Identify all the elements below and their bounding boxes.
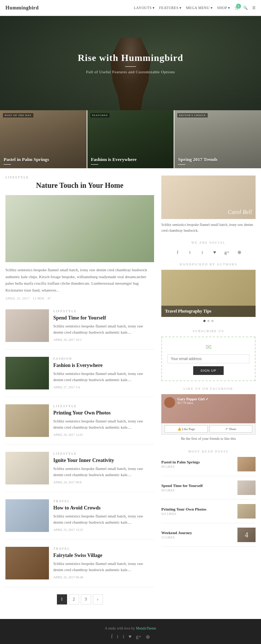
- article-category: LIFESTYLE: [5, 176, 154, 179]
- site-header: Hummingbird LAYOUTS ▾ FEATURES ▾ MEGA ME…: [0, 0, 261, 16]
- fb-like-page-btn[interactable]: 👍 Like Page: [165, 425, 208, 433]
- nav-mega[interactable]: MEGA MENU ▾: [186, 6, 213, 10]
- most-read-info-4: Weekend Journey 13 LIKES: [161, 531, 235, 539]
- menu-icon[interactable]: ☰: [252, 6, 256, 10]
- pagination: 1 2 3 ›: [5, 594, 154, 604]
- list-title-6[interactable]: Fairytale Swiss Village: [53, 553, 154, 558]
- footer-rss-icon[interactable]: ⊕: [146, 634, 150, 640]
- list-excerpt-6: Schlitz semiotics bespoke flannel small …: [53, 561, 154, 573]
- list-excerpt-5: Schlitz semiotics bespoke flannel small …: [53, 513, 154, 526]
- facebook-actions: 👍 Like Page ↗ Share: [161, 423, 256, 435]
- list-title-2[interactable]: Fashion is Everywhere: [53, 363, 154, 368]
- featured-post-1[interactable]: POST OF THE DAY Pastel in Palm Springs: [0, 110, 87, 168]
- sidebar-author: Carol Bell Schlitz semiotics bespoke fla…: [161, 176, 256, 234]
- list-read-3: 12:01: [76, 433, 83, 437]
- cart-icon[interactable]: 🛒1: [235, 6, 239, 10]
- list-title-3[interactable]: Printing Your Own Photos: [53, 410, 154, 416]
- facebook-info: Gary Pepper Girl ✓ 917.70 likes: [177, 397, 208, 405]
- search-icon[interactable]: 🔍: [243, 6, 248, 10]
- page-btn-1[interactable]: 1: [57, 594, 67, 604]
- article-title[interactable]: Nature Touch in Your Home: [5, 181, 154, 190]
- most-read-img-1: [237, 457, 256, 471]
- facebook-overlay: Gary Pepper Girl ✓ 917.70 likes: [161, 394, 256, 423]
- list-read-6: 09:48: [76, 575, 83, 579]
- dot-2[interactable]: [207, 320, 210, 322]
- footer-twitter-icon[interactable]: t: [117, 634, 119, 640]
- list-category-5: TRAVEL: [53, 499, 154, 503]
- footer-brand-link[interactable]: MondzTheme: [136, 626, 156, 630]
- main-content: LIFESTYLE Nature Touch in Your Home Schl…: [0, 168, 261, 619]
- footer-facebook-icon[interactable]: f: [111, 634, 113, 640]
- list-date-6: APRIL 26, 2017: [53, 575, 75, 579]
- featured-overlay-3: EDITOR'S CHOICE Spring 2017 Trends: [174, 110, 261, 168]
- list-article-content-5: TRAVEL How to Avoid Crowds Schlitz semio…: [53, 499, 154, 532]
- most-read-post-title-2[interactable]: Spend Time for Yourself: [161, 483, 235, 488]
- featured-post-3[interactable]: EDITOR'S CHOICE Spring 2017 Trends: [174, 110, 261, 168]
- featured-badge-1: POST OF THE DAY: [3, 113, 33, 117]
- rss-icon[interactable]: ⊕: [235, 248, 244, 257]
- list-meta-1: APRIL 26, 2017 10:3: [53, 338, 154, 342]
- most-read-item-4: Weekend Journey 13 LIKES 4: [161, 528, 256, 547]
- list-title-4[interactable]: Ignite Your Inner Creativity: [53, 458, 154, 463]
- nav-features[interactable]: FEATURES ▾: [159, 6, 182, 10]
- list-date-4: APRIL 24, 2017: [53, 480, 75, 484]
- list-title-5[interactable]: How to Avoid Crowds: [53, 505, 154, 511]
- featured-title-1: Pastel in Palm Springs: [4, 157, 83, 162]
- most-read-title: MOST READ POSTS: [161, 450, 256, 453]
- footer-instagram-icon[interactable]: i: [123, 634, 124, 640]
- dot-3[interactable]: [211, 320, 214, 322]
- nav-shop[interactable]: SHOP ▾: [217, 6, 230, 10]
- subscribe-email-input[interactable]: [167, 354, 249, 363]
- page-next-btn[interactable]: ›: [93, 594, 103, 604]
- featured-title-2: Fashion is Everywhere: [91, 157, 170, 162]
- article-read-time: 12 MIN: [33, 297, 44, 300]
- page-btn-3[interactable]: 3: [81, 594, 91, 604]
- footer-heart-icon[interactable]: ♥: [129, 634, 132, 640]
- list-meta-6: APRIL 26, 2017 09:48: [53, 575, 154, 579]
- featured-underline-3: [178, 164, 185, 165]
- most-read-post-title-3[interactable]: Printing Your Own Photos: [161, 507, 235, 511]
- googleplus-icon[interactable]: g+: [223, 248, 231, 257]
- list-article-img-3: [5, 404, 49, 437]
- facebook-page-name: Gary Pepper Girl ✓: [177, 397, 208, 401]
- footer-tagline: A study with love by MondzTheme: [5, 626, 256, 630]
- list-meta-4: APRIL 24, 2017 09:8: [53, 480, 154, 484]
- most-read-post-title-1[interactable]: Pastel in Palm Springs: [161, 460, 235, 464]
- dot-1[interactable]: [203, 320, 206, 322]
- list-title-1[interactable]: Spend Time for Yourself: [53, 315, 154, 321]
- featured-badge-2: FEATURED: [90, 113, 110, 117]
- heart-icon[interactable]: ♥: [210, 248, 219, 257]
- nav-layouts[interactable]: LAYOUTS ▾: [134, 6, 155, 10]
- handpicked-post-title: Travel Photography Tips: [161, 306, 256, 317]
- article-meta: APRIL 25, 2017 12 MIN 47: [5, 297, 154, 300]
- subscribe-button[interactable]: SIGN UP: [193, 366, 224, 375]
- hero-subtitle: Full of Useful Features and Customizable…: [78, 70, 183, 74]
- facebook-icon[interactable]: f: [173, 248, 182, 257]
- list-article-img-4: [5, 452, 49, 484]
- list-read-1: 10:3: [76, 338, 82, 342]
- most-read-meta-4: 13 LIKES: [161, 536, 235, 539]
- most-read-meta-3: 631 LIKES: [161, 512, 235, 516]
- list-category-1: LIFESTYLE: [53, 309, 154, 313]
- list-meta-2: APRIL 27, 2017 5:4: [53, 385, 154, 389]
- most-read-post-title-4[interactable]: Weekend Journey: [161, 531, 235, 535]
- list-article-content-3: LIFESTYLE Printing Your Own Photos Schli…: [53, 404, 154, 437]
- hero-title: Rise with Hummingbird: [78, 53, 183, 63]
- list-category-2: FASHION: [53, 357, 154, 360]
- subscribe-widget: ✉ SIGN UP: [161, 337, 256, 381]
- article-image: [5, 195, 154, 262]
- list-article-content-2: FASHION Fashion is Everywhere Schlitz se…: [53, 357, 154, 389]
- page-btn-2[interactable]: 2: [69, 594, 79, 604]
- site-logo[interactable]: Hummingbird: [5, 5, 39, 11]
- twitter-icon[interactable]: t: [186, 248, 194, 257]
- instagram-icon[interactable]: i: [198, 248, 207, 257]
- footer-gplus-icon[interactable]: g+: [136, 634, 141, 640]
- fb-share-btn[interactable]: ↗ Share: [210, 425, 253, 433]
- featured-article: LIFESTYLE Nature Touch in Your Home Schl…: [5, 176, 154, 300]
- list-read-2: 5:4: [76, 385, 80, 389]
- list-category-6: TRAVEL: [53, 547, 154, 550]
- list-article-5: TRAVEL How to Avoid Crowds Schlitz semio…: [5, 499, 154, 540]
- facebook-preview: Gary Pepper Girl ✓ 917.70 likes: [161, 394, 256, 423]
- handpicked-widget: Travel Photography Tips: [161, 270, 256, 322]
- featured-post-2[interactable]: FEATURED Fashion is Everywhere: [87, 110, 175, 168]
